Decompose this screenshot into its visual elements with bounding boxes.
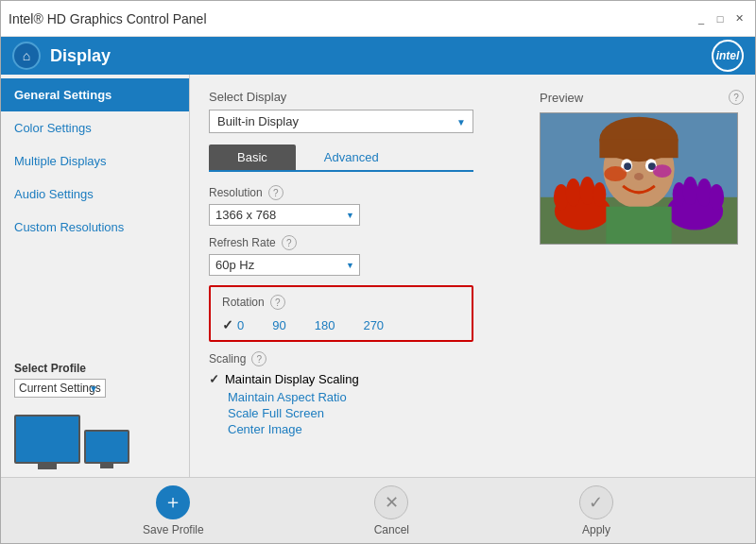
select-display-label: Select Display (209, 90, 509, 104)
header-title: Display (50, 46, 111, 66)
profile-dropdown-wrap: Current Settings (14, 379, 106, 398)
home-button[interactable]: ⌂ (12, 42, 41, 70)
apply-button[interactable]: ✓ Apply (579, 485, 613, 536)
rotation-label-90: 90 (272, 318, 285, 332)
svg-point-10 (604, 166, 627, 181)
scaling-check: ✓ (209, 372, 219, 386)
profile-dropdown[interactable]: Current Settings (14, 379, 106, 398)
resolution-dropdown-wrap: 1366 x 768 1280 x 720 1024 x 768 (209, 204, 360, 226)
svg-rect-22 (606, 207, 671, 245)
sidebar-item-multiple-displays[interactable]: Multiple Displays (1, 144, 189, 178)
preview-label-row: Preview ? (540, 90, 744, 105)
cancel-icon: ✕ (374, 485, 408, 519)
rotation-label-180: 180 (315, 318, 335, 332)
rotation-option-270[interactable]: 270 (363, 318, 384, 332)
tab-basic[interactable]: Basic (209, 144, 296, 170)
scaling-sub-fullscreen[interactable]: Scale Full Screen (228, 406, 509, 420)
cancel-label: Cancel (374, 523, 409, 536)
content-panel: Select Display Built-in Display Basic Ad… (190, 75, 528, 477)
refresh-rate-label: Refresh Rate (209, 236, 276, 249)
sidebar-item-custom-resolutions[interactable]: Custom Resolutions (1, 211, 189, 244)
header-bar: ⌂ Display intel (1, 37, 755, 75)
tabs-row: Basic Advanced (209, 144, 473, 172)
rotation-option-180[interactable]: 180 (315, 318, 335, 332)
scaling-help-icon[interactable]: ? (251, 351, 266, 366)
profile-label: Select Profile (14, 362, 176, 375)
save-profile-button[interactable]: ＋ Save Profile (143, 485, 204, 536)
scaling-sub-aspect[interactable]: Maintain Aspect Ratio (228, 390, 509, 404)
rotation-label-0: 0 (237, 318, 244, 332)
window-title: Intel® HD Graphics Control Panel (9, 11, 207, 26)
svg-point-15 (580, 177, 595, 205)
svg-point-7 (624, 162, 631, 170)
scaling-label-row: Scaling ? (209, 351, 509, 366)
scaling-main-label: Maintain Display Scaling (225, 372, 359, 386)
scaling-section: Scaling ? ✓ Maintain Display Scaling Mai… (209, 351, 509, 438)
sidebar-item-color-settings[interactable]: Color Settings (1, 111, 189, 144)
rotation-label-row: Rotation ? (222, 295, 460, 310)
save-profile-label: Save Profile (143, 523, 204, 536)
svg-point-21 (709, 184, 724, 211)
intel-logo: intel (712, 40, 744, 72)
resolution-section: Resolution ? 1366 x 768 1280 x 720 1024 … (209, 185, 509, 226)
rotation-check-0: ✓ (222, 317, 233, 332)
scaling-main-option[interactable]: ✓ Maintain Display Scaling (209, 372, 509, 386)
minimize-button[interactable]: _ (693, 10, 710, 27)
preview-panel: Preview ? (528, 75, 755, 477)
main-window: Intel® HD Graphics Control Panel _ □ ✕ ⌂… (0, 0, 756, 544)
window-controls: _ □ ✕ (693, 10, 747, 27)
refresh-rate-dropdown[interactable]: 60p Hz 30p Hz (209, 254, 360, 276)
sidebar-item-general-settings[interactable]: General Settings (1, 78, 189, 111)
rotation-label: Rotation (222, 296, 265, 309)
resolution-label-row: Resolution ? (209, 185, 509, 200)
monitor-small-icon (84, 430, 129, 464)
select-display-row: Built-in Display (209, 110, 509, 133)
display-dropdown[interactable]: Built-in Display (209, 110, 473, 133)
display-dropdown-wrap: Built-in Display (209, 110, 473, 133)
rotation-option-90[interactable]: 90 (272, 318, 285, 332)
svg-point-16 (593, 182, 606, 207)
refresh-rate-label-row: Refresh Rate ? (209, 235, 509, 250)
maximize-button[interactable]: □ (712, 10, 729, 27)
monitor-illustration (14, 415, 176, 464)
svg-point-14 (566, 178, 581, 207)
monitor-large-icon (14, 415, 80, 464)
svg-point-11 (653, 164, 672, 178)
save-profile-icon: ＋ (156, 485, 190, 519)
rotation-label-270: 270 (363, 318, 384, 332)
apply-icon: ✓ (579, 485, 613, 519)
main-area: General Settings Color Settings Multiple… (1, 75, 755, 477)
refresh-rate-section: Refresh Rate ? 60p Hz 30p Hz (209, 235, 509, 276)
rotation-section: Rotation ? ✓ 0 90 180 270 (209, 285, 473, 342)
bottom-bar: ＋ Save Profile ✕ Cancel ✓ Apply (1, 477, 755, 543)
svg-rect-4 (599, 139, 678, 158)
resolution-help-icon[interactable]: ? (268, 185, 284, 200)
intel-logo-text: intel (716, 49, 740, 62)
cancel-button[interactable]: ✕ Cancel (374, 485, 409, 536)
preview-image (540, 112, 738, 245)
svg-point-9 (634, 173, 644, 180)
svg-point-19 (683, 177, 698, 205)
scaling-sub-center[interactable]: Center Image (228, 422, 509, 436)
rotation-help-icon[interactable]: ? (270, 295, 285, 310)
resolution-label: Resolution (209, 186, 263, 199)
refresh-rate-help-icon[interactable]: ? (282, 235, 297, 250)
apply-label: Apply (582, 523, 610, 536)
scaling-label: Scaling (209, 352, 246, 366)
close-button[interactable]: ✕ (730, 10, 747, 27)
rotation-options: ✓ 0 90 180 270 (222, 317, 460, 332)
profile-section: Select Profile Current Settings (1, 352, 189, 407)
preview-label: Preview (540, 91, 583, 105)
title-bar: Intel® HD Graphics Control Panel _ □ ✕ (1, 1, 755, 37)
preview-svg (541, 112, 737, 245)
sidebar-item-audio-settings[interactable]: Audio Settings (1, 178, 189, 211)
sidebar: General Settings Color Settings Multiple… (1, 75, 190, 477)
tab-advanced[interactable]: Advanced (296, 144, 407, 170)
refresh-rate-dropdown-wrap: 60p Hz 30p Hz (209, 254, 360, 276)
resolution-dropdown[interactable]: 1366 x 768 1280 x 720 1024 x 768 (209, 204, 360, 226)
rotation-option-0[interactable]: ✓ 0 (222, 317, 244, 332)
preview-help-icon[interactable]: ? (729, 90, 744, 105)
